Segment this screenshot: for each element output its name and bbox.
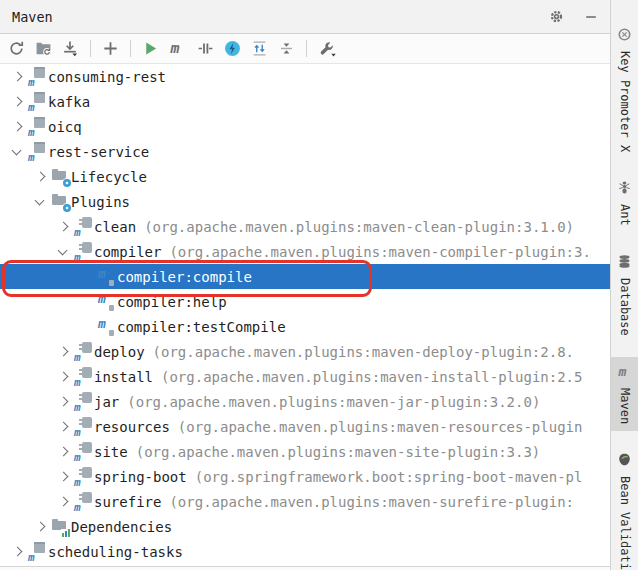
tree-row[interactable]: Lifecycle <box>0 164 610 189</box>
maven-project-icon: m <box>28 114 48 139</box>
maven-panel: Maven m mconsuming-restmkafkamoicqmrest-… <box>0 0 610 570</box>
tree-row[interactable]: mrest-service <box>0 139 610 164</box>
tree-item-label: compiler:help <box>117 294 227 310</box>
chevron-collapsed-icon[interactable] <box>54 364 74 389</box>
chevron-expanded-icon[interactable] <box>8 139 28 164</box>
maven-project-icon: m <box>28 539 48 564</box>
tree-row[interactable]: mkafka <box>0 89 610 114</box>
tree-item-label: Lifecycle <box>71 169 147 185</box>
toolbar-separator <box>90 40 91 57</box>
svg-text:m: m <box>617 364 626 379</box>
tree-row[interactable]: mcompiler:help <box>0 289 610 314</box>
tree-row[interactable]: mscheduling-tasks <box>0 539 610 564</box>
tool-tab-label: Key Promoter X <box>618 51 632 152</box>
lifecycle-folder-icon <box>51 164 71 189</box>
tree-item-detail: (org.springframework.boot:spring-boot-ma… <box>195 469 583 485</box>
chevron-collapsed-icon[interactable] <box>54 339 74 364</box>
minimize-icon[interactable] <box>584 10 598 24</box>
tree-item-label: kafka <box>48 94 90 110</box>
maven-toolbar: m <box>0 34 610 64</box>
tool-tab-bean-validation[interactable]: Bean Validation <box>611 445 638 570</box>
tree-item-detail: (org.apache.maven.plugins:maven-deploy-p… <box>153 344 574 360</box>
add-maven-project-icon[interactable] <box>100 38 121 59</box>
tree-row[interactable]: mcompiler:compile <box>0 264 610 289</box>
chevron-expanded-icon[interactable] <box>31 189 51 214</box>
chevron-collapsed-icon[interactable] <box>54 489 74 514</box>
maven-plugin-icon: m <box>74 489 94 514</box>
svg-text:m: m <box>170 40 180 57</box>
chevron-collapsed-icon[interactable] <box>8 539 28 564</box>
tree-row[interactable]: mcompiler(org.apache.maven.plugins:maven… <box>0 239 610 264</box>
chevron-collapsed-icon[interactable] <box>31 164 51 189</box>
maven-plugin-icon: m <box>74 389 94 414</box>
tree-row[interactable]: msurefire(org.apache.maven.plugins:maven… <box>0 489 610 514</box>
chevron-collapsed-icon[interactable] <box>54 439 74 464</box>
generate-sources-icon[interactable] <box>33 38 54 59</box>
chevron-collapsed-icon[interactable] <box>31 514 51 539</box>
tool-tab-label: Bean Validation <box>618 476 632 570</box>
toolbar-separator <box>306 40 307 57</box>
tree-row[interactable]: mcompiler:testCompile <box>0 314 610 339</box>
run-icon[interactable] <box>140 38 161 59</box>
tree-row[interactable]: mconsuming-rest <box>0 64 610 89</box>
chevron-collapsed-icon[interactable] <box>54 389 74 414</box>
chevron-spacer <box>77 264 97 289</box>
settings-wrench-icon[interactable] <box>316 38 339 59</box>
tree-row[interactable]: msite(org.apache.maven.plugins:maven-sit… <box>0 439 610 464</box>
chevron-collapsed-icon[interactable] <box>8 89 28 114</box>
tool-tab-database[interactable]: Database <box>611 247 638 343</box>
chevron-collapsed-icon[interactable] <box>8 114 28 139</box>
tree-row[interactable]: mclean(org.apache.maven.plugins:maven-cl… <box>0 214 610 239</box>
gear-icon[interactable] <box>549 9 564 24</box>
tree-item-detail: (org.apache.maven.plugins:maven-compiler… <box>169 244 590 260</box>
tree-row[interactable]: mresources(org.apache.maven.plugins:mave… <box>0 414 610 439</box>
maven-goal-icon: m <box>97 314 117 339</box>
skip-tests-lightning-icon[interactable] <box>222 38 243 59</box>
tree-row[interactable]: Plugins <box>0 189 610 214</box>
offline-mode-icon[interactable] <box>195 38 216 59</box>
maven-project-icon: m <box>28 64 48 89</box>
tree-row[interactable]: Dependencies <box>0 514 610 539</box>
collapse-all-icon[interactable] <box>276 38 297 59</box>
tree-item-label: consuming-rest <box>48 69 166 85</box>
tool-tab-maven[interactable]: mMaven <box>611 357 638 431</box>
maven-project-icon: m <box>28 139 48 164</box>
maven-tree[interactable]: mconsuming-restmkafkamoicqmrest-serviceL… <box>0 64 610 567</box>
tree-row[interactable]: moicq <box>0 114 610 139</box>
maven-m-icon: m <box>617 364 633 383</box>
tree-item-detail: (org.apache.maven.plugins:maven-resource… <box>178 419 583 435</box>
tool-window-stripe: Key Promoter XAntDatabasemMavenBean Vali… <box>610 0 638 570</box>
chevron-expanded-icon[interactable] <box>54 239 74 264</box>
tree-row[interactable]: mjar(org.apache.maven.plugins:maven-jar-… <box>0 389 610 414</box>
tool-tab-key-promoter-x[interactable]: Key Promoter X <box>611 20 638 159</box>
database-icon <box>617 254 632 273</box>
download-sources-icon[interactable] <box>60 38 81 59</box>
chevron-collapsed-icon[interactable] <box>54 464 74 489</box>
maven-plugin-icon: m <box>74 239 94 264</box>
tree-item-label: jar <box>94 394 119 410</box>
expand-all-icon[interactable] <box>249 38 270 59</box>
tool-tab-ant[interactable]: Ant <box>611 173 638 233</box>
tree-row[interactable]: mdeploy(org.apache.maven.plugins:maven-d… <box>0 339 610 364</box>
tree-item-label: rest-service <box>48 144 149 160</box>
maven-plugin-icon: m <box>74 339 94 364</box>
plugins-folder-icon <box>51 189 71 214</box>
tree-item-label: spring-boot <box>94 469 187 485</box>
chevron-collapsed-icon[interactable] <box>8 64 28 89</box>
toolbar-separator <box>130 40 131 57</box>
maven-plugin-icon: m <box>74 364 94 389</box>
execute-goal-m-icon[interactable]: m <box>167 38 189 59</box>
tree-row[interactable]: mspring-boot(org.springframework.boot:sp… <box>0 464 610 489</box>
tree-item-label: install <box>94 369 153 385</box>
chevron-collapsed-icon[interactable] <box>54 414 74 439</box>
tree-item-detail: (org.apache.maven.plugins:maven-clean-pl… <box>144 219 574 235</box>
refresh-icon[interactable] <box>6 38 27 59</box>
chevron-collapsed-icon[interactable] <box>54 214 74 239</box>
maven-project-icon: m <box>28 89 48 114</box>
bean-validation-icon <box>617 452 632 471</box>
maven-plugin-icon: m <box>74 439 94 464</box>
tree-item-detail: (org.apache.maven.plugins:maven-surefire… <box>169 494 574 510</box>
tree-row[interactable]: minstall(org.apache.maven.plugins:maven-… <box>0 364 610 389</box>
key-promoter-icon <box>617 27 632 46</box>
tree-item-label: compiler:testCompile <box>117 319 286 335</box>
